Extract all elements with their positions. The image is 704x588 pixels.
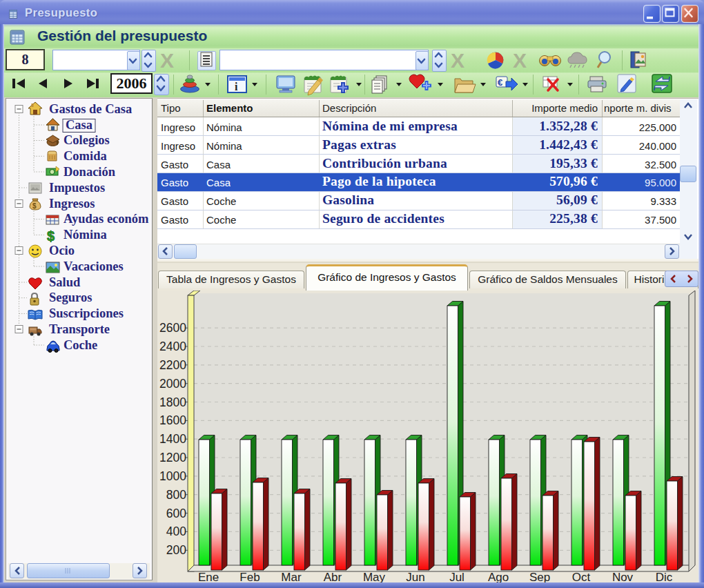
svg-text:200: 200: [166, 543, 186, 557]
svg-text:Ene: Ene: [198, 571, 219, 583]
svg-text:May: May: [363, 571, 386, 583]
svg-text:Nov: Nov: [612, 571, 634, 583]
svg-text:600: 600: [166, 507, 186, 520]
svg-text:1800: 1800: [159, 395, 186, 409]
svg-text:Ayudas económ: Ayudas económ: [63, 212, 149, 226]
svg-text:Feb: Feb: [239, 571, 260, 583]
svg-text:$: $: [32, 202, 37, 210]
svg-text:$: $: [47, 228, 55, 244]
svg-text:2000: 2000: [159, 377, 186, 391]
svg-text:2600: 2600: [159, 321, 186, 335]
svg-text:Impuestos: Impuestos: [49, 181, 105, 195]
svg-text:Ingresos: Ingresos: [49, 197, 95, 210]
svg-text:1400: 1400: [159, 432, 186, 446]
svg-text:Ocio: Ocio: [49, 244, 75, 257]
svg-text:Comida: Comida: [63, 149, 107, 163]
svg-text:Colegios: Colegios: [63, 133, 110, 147]
svg-text:Coche: Coche: [63, 338, 97, 352]
svg-text:X: X: [160, 49, 174, 72]
svg-text:Jul: Jul: [449, 571, 465, 583]
svg-text:Sep: Sep: [529, 571, 550, 583]
svg-text:i: i: [235, 81, 238, 92]
svg-text:Casa: Casa: [66, 118, 92, 132]
svg-text:Salud: Salud: [49, 275, 81, 289]
svg-text:€: €: [498, 77, 502, 88]
svg-text:Vacaciones: Vacaciones: [63, 259, 124, 273]
svg-text:Mar: Mar: [281, 571, 302, 583]
svg-text:Gastos de Casa: Gastos de Casa: [49, 102, 132, 116]
svg-text:Abr: Abr: [324, 571, 342, 583]
svg-text:2200: 2200: [159, 358, 186, 372]
svg-text:1000: 1000: [159, 469, 186, 483]
svg-text:Donación: Donación: [63, 165, 116, 179]
svg-text:X: X: [451, 49, 465, 72]
svg-text:Jun: Jun: [406, 571, 424, 583]
svg-text:Suscripciones: Suscripciones: [49, 306, 124, 320]
svg-text:1600: 1600: [159, 413, 186, 427]
svg-text:2400: 2400: [159, 340, 186, 353]
svg-text:400: 400: [166, 525, 186, 538]
svg-text:800: 800: [166, 488, 186, 502]
svg-text:Seguros: Seguros: [49, 291, 92, 304]
svg-text:Nómina: Nómina: [63, 228, 107, 242]
svg-text:Oct: Oct: [572, 571, 591, 583]
svg-text:X: X: [513, 49, 527, 72]
svg-text:Transporte: Transporte: [49, 322, 110, 336]
svg-text:Ago: Ago: [488, 571, 509, 583]
svg-text:1200: 1200: [159, 451, 186, 464]
svg-text:Dic: Dic: [656, 571, 673, 583]
